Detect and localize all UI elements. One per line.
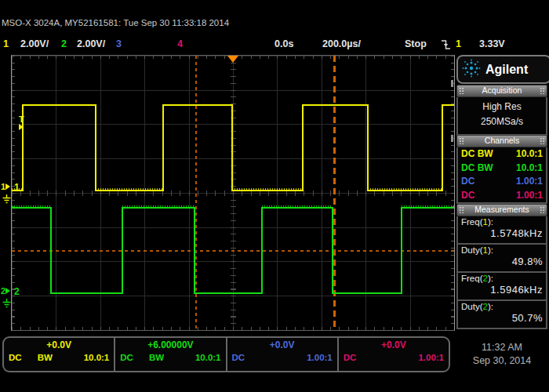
channel2-scale-button[interactable]: 2.00V/ bbox=[77, 38, 105, 49]
measurement-name: Duty( bbox=[461, 245, 482, 255]
sample-rate: 250MSa/s bbox=[458, 114, 546, 129]
grip-dots-icon bbox=[459, 137, 464, 144]
channels-header-label: Channels bbox=[485, 136, 519, 145]
waveform-canvas bbox=[12, 56, 454, 330]
trigger-edge-icon bbox=[441, 39, 451, 53]
run-state-badge[interactable]: Stop bbox=[405, 38, 427, 49]
waveform-display bbox=[11, 55, 455, 331]
agilent-logo-icon bbox=[462, 59, 481, 81]
channel1-ground-icon bbox=[2, 193, 11, 207]
channel3-offset: +0.0V bbox=[232, 339, 333, 353]
measurements-header-label: Measurements bbox=[474, 205, 529, 214]
channel1-coupling: DC BW bbox=[461, 147, 493, 162]
channel1-probe: 10.0:1 bbox=[516, 147, 543, 162]
measurement-name-close: ): bbox=[488, 217, 493, 227]
grip-dots-icon bbox=[540, 137, 545, 144]
trigger-level-arrow-icon bbox=[19, 124, 24, 130]
measurement-row[interactable]: Freq(1): 1.5748kHz bbox=[458, 216, 546, 245]
measurement-value: 1.5748kHz bbox=[461, 227, 543, 239]
trigger-level-readout[interactable]: 3.33V bbox=[479, 38, 505, 49]
measurements-section: Measurements Freq(1): 1.5748kHz Duty(1):… bbox=[456, 204, 547, 329]
channel2-status-row[interactable]: DC BW 10.0:1 bbox=[458, 162, 546, 176]
clock-time: 11:32 AM bbox=[459, 341, 545, 354]
channel4-probe-label: 1.00:1 bbox=[418, 353, 444, 362]
channel1-scale-button[interactable]: 2.00V/ bbox=[20, 38, 49, 49]
channel1-waveform bbox=[12, 105, 454, 191]
channel3-settings-cell[interactable]: +0.0V DC 1.00:1 bbox=[227, 338, 339, 371]
measurement-value: 1.5946kHz bbox=[461, 284, 543, 296]
channel2-position-marker[interactable]: 2 bbox=[1, 287, 10, 295]
measurement-row[interactable]: Duty(1): 49.8% bbox=[458, 245, 546, 273]
channel1-bw-label: BW bbox=[38, 353, 53, 362]
channel3-status-row[interactable]: DC 1.00:1 bbox=[458, 175, 546, 189]
measurement-name: Duty( bbox=[461, 302, 482, 311]
channel3-probe-label: 1.00:1 bbox=[307, 353, 333, 362]
acquisition-header[interactable]: Acquisition bbox=[456, 85, 547, 97]
acquisition-mode: High Res bbox=[458, 100, 546, 114]
channel1-probe-label: 10.0:1 bbox=[84, 353, 110, 362]
channels-header[interactable]: Channels bbox=[456, 135, 547, 147]
measurements-header[interactable]: Measurements bbox=[456, 204, 547, 216]
channel-settings-bar: +0.0V DC BW 10.0:1 +6.00000V DC BW 10.0:… bbox=[2, 336, 450, 372]
brand-name: Agilent bbox=[485, 63, 528, 77]
grip-dots-icon bbox=[459, 87, 464, 94]
measurement-name-close: ): bbox=[488, 302, 493, 311]
channel1-offset: +0.0V bbox=[9, 339, 109, 353]
channel1-coupling-label: DC bbox=[9, 353, 22, 362]
channel3-number[interactable]: 3 bbox=[116, 38, 122, 49]
timebase-readout[interactable]: 200.0µs/ bbox=[322, 38, 361, 49]
channel2-marker-arrow-icon bbox=[5, 288, 10, 294]
channel3-probe: 1.00:1 bbox=[516, 175, 543, 189]
measurement-name-close: ): bbox=[488, 245, 493, 255]
channel2-bw-label: BW bbox=[149, 353, 164, 362]
channel1-number[interactable]: 1 bbox=[3, 38, 9, 49]
channel2-offset: +6.00000V bbox=[120, 339, 220, 353]
measurement-name: Freq( bbox=[461, 217, 482, 227]
channel2-ground-icon bbox=[2, 297, 11, 311]
channel4-coupling-label: DC bbox=[344, 353, 357, 362]
acquisition-header-label: Acquisition bbox=[482, 85, 522, 95]
trigger-level-letter: T bbox=[19, 115, 24, 123]
channel1-marker-arrow-icon bbox=[5, 183, 10, 190]
channel2-waveform bbox=[12, 208, 454, 293]
measurement-name-close: ): bbox=[488, 274, 493, 283]
channel1-wave-label: 1 bbox=[14, 183, 20, 191]
acquisition-section: Acquisition High Res 250MSa/s bbox=[456, 85, 547, 136]
measurement-row[interactable]: Duty(2): 50.7% bbox=[458, 301, 546, 328]
channel4-settings-cell[interactable]: +0.0V DC 1.00:1 bbox=[339, 338, 449, 371]
trigger-source-readout[interactable]: 1 bbox=[456, 38, 461, 49]
channels-section: Channels DC BW 10.0:1 DC BW 10.0:1 DC 1.… bbox=[456, 135, 547, 204]
clock: 11:32 AM Sep 30, 2014 bbox=[459, 341, 545, 368]
channel2-wave-label: 2 bbox=[14, 288, 20, 296]
measurement-row[interactable]: Freq(2): 1.5946kHz bbox=[458, 273, 546, 301]
channel1-status-row[interactable]: DC BW 10.0:1 bbox=[458, 147, 546, 162]
delay-readout[interactable]: 0.0s bbox=[274, 38, 293, 49]
grip-dots-icon bbox=[540, 206, 545, 213]
settings-bar: 1 2.00V/ 2 2.00V/ 3 4 0.0s 200.0µs/ Stop… bbox=[0, 38, 549, 52]
channel2-probe: 10.0:1 bbox=[516, 162, 543, 176]
channel4-status-row[interactable]: DC 1.00:1 bbox=[458, 189, 546, 203]
trigger-level-marker[interactable]: T bbox=[19, 115, 24, 131]
channel2-probe-label: 10.0:1 bbox=[195, 353, 221, 362]
brand-box: Agilent bbox=[456, 55, 549, 84]
channel2-coupling-label: DC bbox=[120, 353, 133, 362]
channel2-coupling: DC BW bbox=[461, 162, 493, 176]
title-bar: MSO-X 3024A, MY52161581: Tue Sep 30 11:3… bbox=[2, 18, 229, 27]
measurement-value: 50.7% bbox=[461, 312, 543, 324]
channel3-coupling-label: DC bbox=[232, 353, 245, 362]
channel1-position-marker[interactable]: 1 bbox=[1, 183, 10, 191]
measurement-name: Freq( bbox=[461, 274, 482, 283]
channel4-probe: 1.00:1 bbox=[516, 189, 543, 203]
channel2-settings-cell[interactable]: +6.00000V DC BW 10.0:1 bbox=[115, 338, 227, 371]
measurement-value: 49.8% bbox=[461, 256, 543, 267]
channel4-number[interactable]: 4 bbox=[177, 38, 183, 49]
channel3-coupling: DC bbox=[461, 175, 474, 189]
clock-date: Sep 30, 2014 bbox=[459, 354, 545, 368]
channel4-coupling: DC bbox=[461, 189, 474, 203]
channel1-settings-cell[interactable]: +0.0V DC BW 10.0:1 bbox=[4, 338, 115, 371]
grip-dots-icon bbox=[459, 206, 464, 213]
grip-dots-icon bbox=[540, 87, 545, 94]
channel4-offset: +0.0V bbox=[344, 339, 444, 353]
channel2-number[interactable]: 2 bbox=[61, 38, 67, 49]
